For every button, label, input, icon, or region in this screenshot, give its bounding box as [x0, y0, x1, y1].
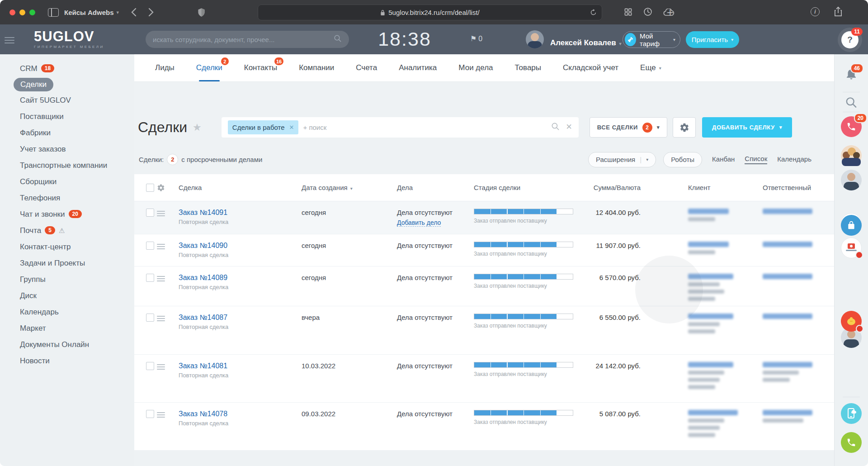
table-row[interactable]: Заказ №14081 Повторная сделка 10.03.2022… [134, 355, 834, 403]
remove-chip-icon[interactable]: ✕ [289, 124, 294, 131]
drag-handle-icon[interactable] [157, 209, 165, 218]
drag-handle-icon[interactable] [157, 314, 165, 323]
redacted-client[interactable] [641, 242, 746, 257]
cloud-icon[interactable] [663, 9, 675, 16]
table-row[interactable]: Заказ №14087 Повторная сделка вчера Дела… [134, 306, 834, 355]
tab-4[interactable]: Компании [299, 54, 334, 81]
deal-link[interactable]: Заказ №14091 [179, 209, 227, 216]
redacted-client[interactable] [641, 209, 746, 224]
demo-chat-avatar[interactable] [841, 238, 862, 258]
drag-handle-icon[interactable] [157, 410, 165, 419]
redacted-client[interactable] [641, 410, 746, 440]
global-search-input[interactable] [153, 36, 334, 43]
row-checkbox[interactable] [146, 274, 154, 282]
redacted-responsible[interactable] [746, 362, 834, 385]
tariff-button[interactable]: Мой тариф [623, 31, 680, 48]
redacted-responsible[interactable] [746, 209, 834, 217]
stage-progress-bar[interactable] [474, 362, 573, 368]
user-avatar[interactable] [526, 30, 544, 48]
reload-icon[interactable] [590, 8, 597, 18]
telephony-button[interactable]: 20 [841, 116, 862, 137]
group-chat-avatar[interactable] [841, 145, 862, 166]
column-activities[interactable]: Дела [392, 184, 467, 191]
sidebar-item-12[interactable]: Контакт-центр [0, 239, 134, 255]
user-menu[interactable]: Алексей Ковалев [550, 38, 622, 48]
minimize-window-button[interactable] [19, 10, 25, 15]
rail-search-icon[interactable] [845, 96, 858, 110]
favorite-star-icon[interactable]: ★ [193, 122, 202, 133]
info-icon[interactable]: i [811, 7, 820, 16]
close-window-button[interactable] [9, 10, 15, 15]
row-checkbox[interactable] [146, 209, 154, 217]
tab-7[interactable]: Мои дела [458, 54, 493, 81]
sidebar-item-3[interactable]: Сайт 5UGLOV [0, 92, 134, 109]
column-deal[interactable]: Сделка [174, 184, 297, 191]
overdue-count-badge[interactable]: 2 [167, 154, 178, 165]
row-checkbox[interactable] [146, 410, 154, 418]
sidebar-item-5[interactable]: Фабрики [0, 125, 134, 141]
shield-icon[interactable] [198, 8, 205, 17]
drag-handle-icon[interactable] [157, 242, 165, 251]
redacted-responsible[interactable] [746, 314, 834, 322]
global-search[interactable] [146, 31, 349, 48]
drag-handle-icon[interactable] [157, 362, 165, 371]
deal-link[interactable]: Заказ №14081 [179, 362, 227, 370]
sidebar-item-14[interactable]: Группы [0, 271, 134, 288]
help-button[interactable]: ? 11 [841, 31, 859, 48]
tab-1[interactable]: Лиды [155, 54, 175, 81]
tab-9[interactable]: Складской учет [563, 54, 618, 81]
column-client[interactable]: Клиент [641, 184, 746, 191]
sidebar-item-15[interactable]: Диск [0, 288, 134, 304]
settings-gear-button[interactable] [673, 117, 696, 138]
deal-link[interactable]: Заказ №14089 [179, 274, 227, 281]
filter-search-input[interactable] [303, 124, 551, 131]
clear-filter-icon[interactable]: ✕ [566, 122, 572, 133]
call-button[interactable] [841, 432, 862, 453]
sidebar-item-11[interactable]: Почта5⚠ [0, 223, 134, 239]
chat-avatar-1[interactable] [841, 170, 862, 190]
redacted-client[interactable] [641, 362, 746, 392]
tab-3[interactable]: Контакты 16 [244, 54, 277, 81]
sidebar-item-9[interactable]: Телефония [0, 190, 134, 206]
stage-progress-bar[interactable] [474, 410, 573, 416]
view-list[interactable]: Список [745, 155, 767, 164]
view-calendar[interactable]: Календарь [777, 155, 811, 164]
history-icon[interactable] [643, 7, 652, 16]
address-bar[interactable]: 5uglov.bitrix24.ru/crm/deal/list/ [258, 5, 602, 20]
tab-8[interactable]: Товары [515, 54, 541, 81]
column-responsible[interactable]: Ответственный [746, 184, 834, 191]
add-deal-button[interactable]: ДОБАВИТЬ СДЕЛКУ [702, 117, 792, 138]
sidebar-item-10[interactable]: Чат и звонки20 [0, 206, 134, 223]
company-logo[interactable]: 5UGLOV ГИПЕРМАРКЕТ МЕБЕЛИ [34, 29, 104, 49]
add-activity-link[interactable]: Добавить дело [397, 219, 441, 227]
column-sum[interactable]: Сумма/Валюта [576, 184, 641, 191]
sidebar-item-8[interactable]: Сборщики [0, 174, 134, 190]
deal-link[interactable]: Заказ №14090 [179, 242, 227, 249]
redacted-client[interactable] [641, 314, 746, 337]
row-checkbox[interactable] [146, 242, 154, 250]
select-all-checkbox[interactable] [146, 184, 154, 192]
sidebar-item-2[interactable]: Сделки [14, 78, 134, 91]
stage-progress-bar[interactable] [474, 274, 573, 280]
stage-progress-bar[interactable] [474, 209, 573, 214]
flag-counter[interactable]: ⚑ 0 [470, 34, 482, 43]
deals-preset-button[interactable]: ВСЕ СДЕЛКИ 2 [590, 117, 667, 138]
sidebar-item-17[interactable]: Маркет [0, 320, 134, 337]
redacted-responsible[interactable] [746, 410, 834, 426]
work-clock[interactable]: 18:38 [366, 28, 443, 50]
tab-2[interactable]: Сделки 2 [196, 54, 222, 81]
table-row[interactable]: Заказ №14091 Повторная сделка сегодня Де… [134, 201, 834, 234]
table-row[interactable]: Заказ №14078 Повторная сделка 09.03.2022… [134, 403, 834, 451]
back-button[interactable] [131, 8, 137, 17]
redacted-responsible[interactable] [746, 274, 834, 282]
browser-tab-title[interactable]: Кейсы Adwebs [64, 9, 114, 16]
mobile-app-button[interactable] [841, 403, 862, 424]
filter-chip[interactable]: Сделки в работе✕ [228, 120, 299, 134]
tab-overview-icon[interactable] [624, 8, 632, 16]
search-icon[interactable] [551, 122, 560, 133]
extensions-button[interactable]: Расширения| [588, 152, 656, 167]
tab-10[interactable]: Еще [640, 54, 661, 81]
maximize-window-button[interactable] [29, 10, 35, 15]
stage-progress-bar[interactable] [474, 314, 573, 319]
sidebar-item-6[interactable]: Учет заказов [0, 141, 134, 157]
